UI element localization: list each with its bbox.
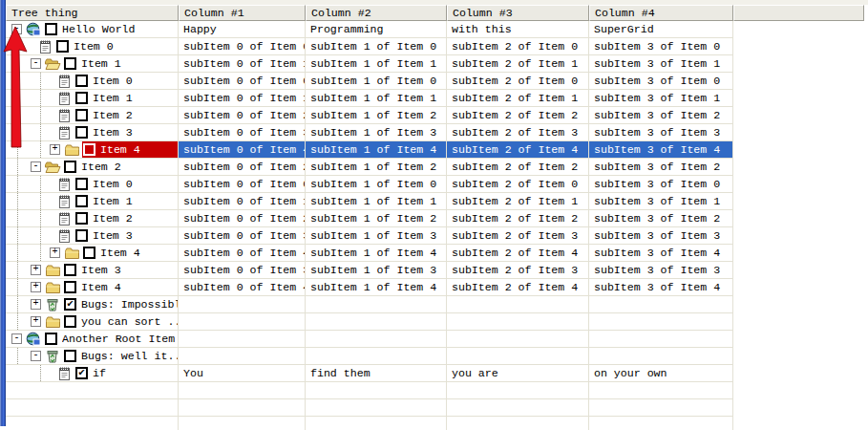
grid-cell[interactable]: subItem 0 of Item 4 (179, 141, 306, 159)
expand-box-icon[interactable]: + (31, 282, 41, 292)
expand-box-icon[interactable]: + (50, 144, 60, 155)
tree-cell[interactable]: +you can sort ... (6, 313, 179, 331)
grid-cell[interactable]: subItem 2 of Item 4 (447, 279, 589, 296)
column-header-tree[interactable]: Tree thing (6, 5, 179, 21)
column-header-2[interactable]: Column #2 (306, 5, 447, 21)
grid-cell[interactable]: subItem 3 of Item 2 (589, 159, 733, 176)
grid-cell[interactable]: subItem 3 of Item 3 (589, 124, 733, 141)
grid-cell[interactable]: subItem 1 of Item 0 (306, 73, 447, 90)
tree-grid-row[interactable]: Item 1subItem 0 of Item 1subItem 1 of It… (6, 193, 864, 210)
grid-cell[interactable]: subItem 1 of Item 4 (306, 141, 447, 159)
grid-cell[interactable]: subItem 2 of Item 4 (447, 245, 589, 262)
tree-cell[interactable]: Item 3 (6, 227, 179, 245)
collapse-box-icon[interactable]: - (31, 58, 41, 69)
grid-cell[interactable]: subItem 3 of Item 2 (589, 210, 733, 227)
row-checkbox[interactable] (64, 264, 76, 276)
grid-cell[interactable]: subItem 3 of Item 0 (589, 38, 733, 55)
tree-grid-row[interactable]: +Item 3subItem 0 of Item 3subItem 1 of I… (6, 262, 864, 279)
grid-cell[interactable]: subItem 0 of Item 2 (179, 107, 306, 124)
collapse-box-icon[interactable]: - (11, 24, 22, 34)
grid-cell[interactable]: subItem 1 of Item 2 (306, 107, 447, 124)
grid-cell[interactable]: you are (447, 365, 589, 382)
grid-cell[interactable]: Happy (179, 21, 306, 38)
grid-cell[interactable]: subItem 3 of Item 1 (589, 90, 733, 107)
grid-cell[interactable] (589, 313, 733, 331)
tree-grid-row[interactable]: Item 3subItem 0 of Item 3subItem 1 of It… (6, 227, 864, 245)
grid-cell[interactable]: subItem 2 of Item 0 (447, 176, 589, 193)
tree-grid-row[interactable]: +Item 4subItem 0 of Item 4subItem 1 of I… (6, 141, 864, 159)
collapse-box-icon[interactable]: - (31, 351, 41, 361)
grid-cell[interactable]: subItem 3 of Item 0 (589, 73, 733, 90)
tree-item-hit-area[interactable]: Item 2 (74, 107, 178, 123)
tree-cell[interactable]: -Hello World (6, 21, 179, 38)
tree-item-hit-area[interactable]: ✔Bugs: Impossible (63, 296, 178, 312)
tree-cell[interactable]: Item 0 (6, 176, 179, 193)
tree-grid-row[interactable]: -Bugs: well it... (6, 348, 864, 365)
tree-item-hit-area[interactable]: Item 2 (74, 210, 178, 226)
grid-cell[interactable] (447, 313, 589, 331)
grid-cell[interactable] (179, 296, 306, 313)
grid-cell[interactable] (306, 348, 447, 365)
grid-cell[interactable]: subItem 2 of Item 2 (447, 107, 589, 124)
grid-cell[interactable]: subItem 2 of Item 1 (447, 90, 589, 107)
row-checkbox[interactable] (75, 92, 88, 104)
grid-cell[interactable]: subItem 0 of Item 1 (179, 55, 306, 73)
tree-cell[interactable]: Item 2 (6, 210, 179, 227)
grid-cell[interactable]: subItem 2 of Item 1 (447, 55, 589, 73)
grid-cell[interactable]: SuperGrid (589, 21, 733, 38)
tree-grid-row[interactable]: Item 0subItem 0 of Item 0subItem 1 of It… (6, 176, 864, 193)
tree-grid-row[interactable]: +✔Bugs: Impossible (6, 296, 864, 313)
tree-grid-row[interactable]: Item 2subItem 0 of Item 2subItem 1 of It… (6, 107, 864, 124)
grid-cell[interactable]: subItem 2 of Item 0 (447, 73, 589, 90)
grid-cell[interactable] (306, 296, 447, 313)
grid-cell[interactable]: subItem 0 of Item 3 (179, 262, 306, 279)
grid-cell[interactable]: subItem 1 of Item 3 (306, 262, 447, 279)
grid-cell[interactable]: subItem 0 of Item 0 (179, 176, 306, 193)
collapse-box-icon[interactable]: - (31, 161, 41, 172)
row-checkbox[interactable] (56, 40, 69, 53)
tree-cell[interactable]: Item 1 (6, 193, 179, 210)
grid-cell[interactable]: subItem 2 of Item 1 (447, 193, 589, 210)
tree-item-hit-area[interactable]: Item 1 (74, 90, 178, 106)
tree-grid-row[interactable]: Item 3subItem 0 of Item 3subItem 1 of It… (6, 124, 864, 141)
grid-cell[interactable]: subItem 1 of Item 1 (306, 90, 447, 107)
tree-cell[interactable]: +✔Bugs: Impossible (6, 296, 179, 313)
grid-cell[interactable]: subItem 3 of Item 1 (589, 55, 733, 73)
grid-cell[interactable] (589, 296, 733, 313)
tree-cell[interactable]: -Item 1 (6, 55, 179, 73)
tree-grid-row[interactable]: -Item 2subItem 0 of Item 2subItem 1 of I… (6, 159, 864, 176)
grid-cell[interactable]: subItem 3 of Item 4 (589, 245, 733, 262)
row-checkbox[interactable] (75, 75, 88, 87)
expand-box-icon[interactable]: + (31, 265, 41, 275)
grid-cell[interactable]: Programming (306, 21, 447, 38)
grid-cell[interactable]: subItem 2 of Item 4 (447, 141, 589, 159)
tree-item-hit-area[interactable]: Item 0 (74, 176, 178, 192)
row-checkbox[interactable] (75, 229, 88, 242)
tree-cell[interactable]: +Item 4 (6, 245, 179, 262)
grid-cell[interactable]: subItem 0 of Item 1 (179, 90, 306, 107)
grid-cell[interactable] (179, 331, 306, 348)
tree-item-hit-area[interactable]: Item 2 (63, 159, 178, 175)
tree-cell[interactable]: Item 2 (6, 107, 179, 124)
tree-item-hit-area[interactable]: Another Root Item (44, 331, 178, 347)
grid-cell[interactable] (306, 331, 447, 348)
tree-item-hit-area[interactable]: Item 0 (74, 73, 178, 89)
grid-cell[interactable] (447, 348, 589, 365)
tree-grid-row[interactable]: Item 2subItem 0 of Item 2subItem 1 of It… (6, 210, 864, 227)
tree-grid-row[interactable]: Item 0subItem 0 of Item 0subItem 1 of It… (6, 38, 864, 55)
tree-item-hit-area[interactable]: Hello World (44, 21, 178, 37)
grid-cell[interactable]: subItem 1 of Item 1 (306, 193, 447, 210)
row-checkbox[interactable] (45, 23, 57, 35)
tree-cell[interactable]: -Bugs: well it... (6, 348, 179, 365)
grid-cell[interactable]: subItem 3 of Item 0 (589, 176, 733, 193)
row-checkbox[interactable] (75, 109, 88, 121)
grid-cell[interactable]: subItem 3 of Item 3 (589, 227, 733, 245)
grid-cell[interactable]: subItem 3 of Item 4 (589, 279, 733, 296)
grid-cell[interactable] (447, 331, 589, 348)
grid-cell[interactable]: subItem 3 of Item 2 (589, 107, 733, 124)
grid-cell[interactable]: subItem 2 of Item 3 (447, 227, 589, 245)
row-checkbox[interactable]: ✔ (75, 367, 88, 379)
grid-cell[interactable] (589, 331, 733, 348)
grid-cell[interactable]: subItem 0 of Item 2 (179, 210, 306, 227)
grid-cell[interactable]: subItem 1 of Item 3 (306, 227, 447, 245)
